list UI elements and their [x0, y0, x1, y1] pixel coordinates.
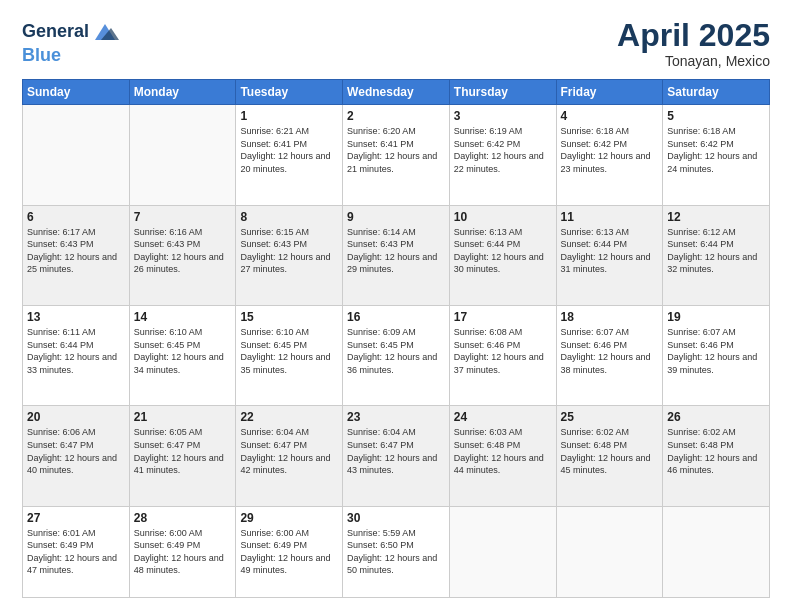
day-number: 7: [134, 210, 232, 224]
day-number: 19: [667, 310, 765, 324]
calendar-title: April 2025: [617, 18, 770, 53]
day-number: 29: [240, 511, 338, 525]
day-detail: Sunrise: 6:00 AMSunset: 6:49 PMDaylight:…: [134, 528, 224, 576]
day-detail: Sunrise: 6:08 AMSunset: 6:46 PMDaylight:…: [454, 327, 544, 375]
day-number: 12: [667, 210, 765, 224]
table-cell: [129, 105, 236, 205]
table-cell: 20 Sunrise: 6:06 AMSunset: 6:47 PMDaylig…: [23, 406, 130, 506]
col-monday: Monday: [129, 80, 236, 105]
table-cell: [449, 506, 556, 597]
day-number: 18: [561, 310, 659, 324]
logo: General Blue: [22, 18, 119, 66]
table-row: 1 Sunrise: 6:21 AMSunset: 6:41 PMDayligh…: [23, 105, 770, 205]
day-number: 27: [27, 511, 125, 525]
day-number: 22: [240, 410, 338, 424]
table-cell: 5 Sunrise: 6:18 AMSunset: 6:42 PMDayligh…: [663, 105, 770, 205]
day-detail: Sunrise: 6:13 AMSunset: 6:44 PMDaylight:…: [454, 227, 544, 275]
table-cell: 28 Sunrise: 6:00 AMSunset: 6:49 PMDaylig…: [129, 506, 236, 597]
day-detail: Sunrise: 6:07 AMSunset: 6:46 PMDaylight:…: [561, 327, 651, 375]
day-detail: Sunrise: 6:09 AMSunset: 6:45 PMDaylight:…: [347, 327, 437, 375]
table-cell: 4 Sunrise: 6:18 AMSunset: 6:42 PMDayligh…: [556, 105, 663, 205]
logo-text: General: [22, 22, 89, 42]
logo-icon: [91, 18, 119, 46]
table-cell: 2 Sunrise: 6:20 AMSunset: 6:41 PMDayligh…: [343, 105, 450, 205]
calendar-table: Sunday Monday Tuesday Wednesday Thursday…: [22, 79, 770, 598]
table-cell: 1 Sunrise: 6:21 AMSunset: 6:41 PMDayligh…: [236, 105, 343, 205]
header-row: Sunday Monday Tuesday Wednesday Thursday…: [23, 80, 770, 105]
day-number: 25: [561, 410, 659, 424]
day-number: 17: [454, 310, 552, 324]
table-cell: 16 Sunrise: 6:09 AMSunset: 6:45 PMDaylig…: [343, 305, 450, 405]
page: General Blue April 2025 Tonayan, Mexico …: [0, 0, 792, 612]
col-tuesday: Tuesday: [236, 80, 343, 105]
day-detail: Sunrise: 6:10 AMSunset: 6:45 PMDaylight:…: [240, 327, 330, 375]
table-cell: 6 Sunrise: 6:17 AMSunset: 6:43 PMDayligh…: [23, 205, 130, 305]
table-cell: 13 Sunrise: 6:11 AMSunset: 6:44 PMDaylig…: [23, 305, 130, 405]
day-number: 11: [561, 210, 659, 224]
table-cell: 25 Sunrise: 6:02 AMSunset: 6:48 PMDaylig…: [556, 406, 663, 506]
table-cell: 7 Sunrise: 6:16 AMSunset: 6:43 PMDayligh…: [129, 205, 236, 305]
day-number: 15: [240, 310, 338, 324]
table-row: 6 Sunrise: 6:17 AMSunset: 6:43 PMDayligh…: [23, 205, 770, 305]
day-number: 20: [27, 410, 125, 424]
day-number: 8: [240, 210, 338, 224]
table-cell: [663, 506, 770, 597]
day-number: 13: [27, 310, 125, 324]
day-detail: Sunrise: 6:16 AMSunset: 6:43 PMDaylight:…: [134, 227, 224, 275]
day-detail: Sunrise: 6:17 AMSunset: 6:43 PMDaylight:…: [27, 227, 117, 275]
table-cell: 19 Sunrise: 6:07 AMSunset: 6:46 PMDaylig…: [663, 305, 770, 405]
logo-text-blue: Blue: [22, 45, 61, 65]
day-detail: Sunrise: 6:03 AMSunset: 6:48 PMDaylight:…: [454, 427, 544, 475]
table-cell: 11 Sunrise: 6:13 AMSunset: 6:44 PMDaylig…: [556, 205, 663, 305]
col-wednesday: Wednesday: [343, 80, 450, 105]
day-number: 26: [667, 410, 765, 424]
day-number: 28: [134, 511, 232, 525]
table-cell: 12 Sunrise: 6:12 AMSunset: 6:44 PMDaylig…: [663, 205, 770, 305]
day-detail: Sunrise: 6:15 AMSunset: 6:43 PMDaylight:…: [240, 227, 330, 275]
day-number: 30: [347, 511, 445, 525]
day-detail: Sunrise: 6:01 AMSunset: 6:49 PMDaylight:…: [27, 528, 117, 576]
day-number: 23: [347, 410, 445, 424]
day-number: 16: [347, 310, 445, 324]
table-cell: 15 Sunrise: 6:10 AMSunset: 6:45 PMDaylig…: [236, 305, 343, 405]
table-cell: 22 Sunrise: 6:04 AMSunset: 6:47 PMDaylig…: [236, 406, 343, 506]
table-cell: 18 Sunrise: 6:07 AMSunset: 6:46 PMDaylig…: [556, 305, 663, 405]
table-cell: 8 Sunrise: 6:15 AMSunset: 6:43 PMDayligh…: [236, 205, 343, 305]
day-number: 1: [240, 109, 338, 123]
day-detail: Sunrise: 6:14 AMSunset: 6:43 PMDaylight:…: [347, 227, 437, 275]
table-cell: 3 Sunrise: 6:19 AMSunset: 6:42 PMDayligh…: [449, 105, 556, 205]
table-cell: 26 Sunrise: 6:02 AMSunset: 6:48 PMDaylig…: [663, 406, 770, 506]
table-cell: 10 Sunrise: 6:13 AMSunset: 6:44 PMDaylig…: [449, 205, 556, 305]
day-detail: Sunrise: 6:20 AMSunset: 6:41 PMDaylight:…: [347, 126, 437, 174]
table-cell: 17 Sunrise: 6:08 AMSunset: 6:46 PMDaylig…: [449, 305, 556, 405]
title-block: April 2025 Tonayan, Mexico: [617, 18, 770, 69]
day-detail: Sunrise: 6:18 AMSunset: 6:42 PMDaylight:…: [667, 126, 757, 174]
col-sunday: Sunday: [23, 80, 130, 105]
day-detail: Sunrise: 6:18 AMSunset: 6:42 PMDaylight:…: [561, 126, 651, 174]
table-cell: [556, 506, 663, 597]
table-row: 13 Sunrise: 6:11 AMSunset: 6:44 PMDaylig…: [23, 305, 770, 405]
day-detail: Sunrise: 6:02 AMSunset: 6:48 PMDaylight:…: [667, 427, 757, 475]
day-detail: Sunrise: 6:04 AMSunset: 6:47 PMDaylight:…: [240, 427, 330, 475]
day-detail: Sunrise: 6:07 AMSunset: 6:46 PMDaylight:…: [667, 327, 757, 375]
day-detail: Sunrise: 6:11 AMSunset: 6:44 PMDaylight:…: [27, 327, 117, 375]
day-number: 21: [134, 410, 232, 424]
day-number: 14: [134, 310, 232, 324]
day-detail: Sunrise: 5:59 AMSunset: 6:50 PMDaylight:…: [347, 528, 437, 576]
day-number: 4: [561, 109, 659, 123]
day-detail: Sunrise: 6:00 AMSunset: 6:49 PMDaylight:…: [240, 528, 330, 576]
table-cell: 30 Sunrise: 5:59 AMSunset: 6:50 PMDaylig…: [343, 506, 450, 597]
day-number: 2: [347, 109, 445, 123]
day-number: 6: [27, 210, 125, 224]
day-detail: Sunrise: 6:12 AMSunset: 6:44 PMDaylight:…: [667, 227, 757, 275]
day-number: 3: [454, 109, 552, 123]
day-detail: Sunrise: 6:10 AMSunset: 6:45 PMDaylight:…: [134, 327, 224, 375]
table-cell: 21 Sunrise: 6:05 AMSunset: 6:47 PMDaylig…: [129, 406, 236, 506]
table-row: 27 Sunrise: 6:01 AMSunset: 6:49 PMDaylig…: [23, 506, 770, 597]
table-cell: [23, 105, 130, 205]
day-detail: Sunrise: 6:06 AMSunset: 6:47 PMDaylight:…: [27, 427, 117, 475]
col-saturday: Saturday: [663, 80, 770, 105]
table-row: 20 Sunrise: 6:06 AMSunset: 6:47 PMDaylig…: [23, 406, 770, 506]
day-number: 10: [454, 210, 552, 224]
table-cell: 14 Sunrise: 6:10 AMSunset: 6:45 PMDaylig…: [129, 305, 236, 405]
